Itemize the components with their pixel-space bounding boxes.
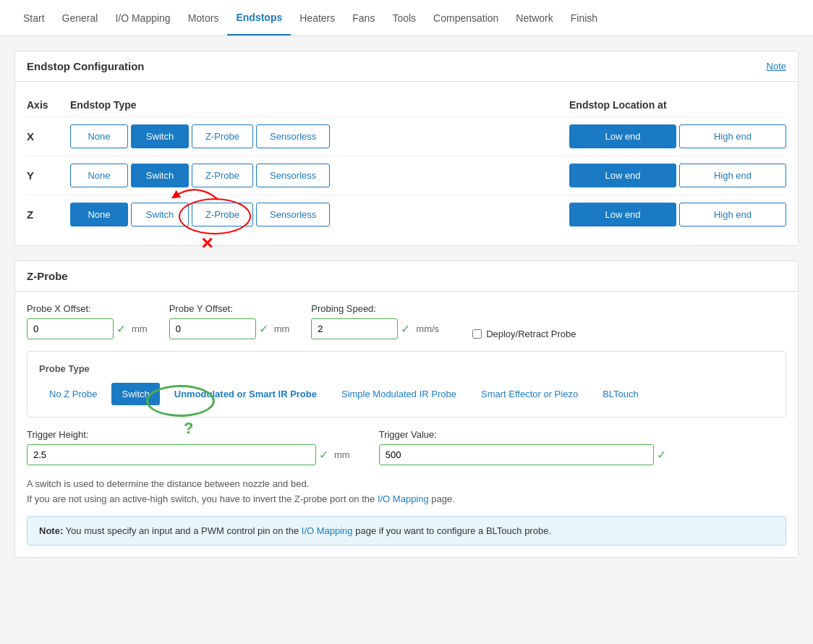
nav-item-compensation[interactable]: Compensation [425,0,507,35]
nav-item-endstops[interactable]: Endstops [227,0,291,35]
note-text: You must specify an input and a PWM cont… [66,525,302,536]
z-highend-btn[interactable]: High end [679,203,786,226]
probing-speed-group: Probing Speed: ✓ mm/s [311,303,439,339]
endstop-config-card: Endstop Configuration Note Axis Endstop … [14,51,799,246]
z-none-btn[interactable]: None [70,203,128,226]
probe-y-offset-label: Probe Y Offset: [169,303,290,314]
endstop-row-x: X None Switch Z-Probe Sensorless Low end… [27,116,786,156]
trigger-height-check-icon: ✓ [319,448,328,462]
probing-speed-check-icon: ✓ [401,322,410,336]
zprobe-title: Z-Probe [15,261,798,292]
probe-y-offset-input-row: ✓ mm [169,318,290,339]
desc-line2-end: page. [429,493,455,504]
z-switch-btn[interactable]: Switch [131,203,189,226]
axis-z-label: Z [27,208,70,221]
top-navigation: StartGeneralI/O MappingMotorsEndstopsHea… [0,0,813,36]
unmodulated-probe-btn[interactable]: Unmodulated or Smart IR Probe [164,383,327,405]
probe-y-offset-group: Probe Y Offset: ✓ mm [169,303,290,339]
endstop-table-header: Axis Endstop Type Endstop Location at [27,93,786,116]
probe-y-offset-input[interactable] [169,318,256,339]
nav-item-heaters[interactable]: Heaters [291,0,344,35]
nav-item-tools[interactable]: Tools [383,0,425,35]
nav-item-finish[interactable]: Finish [562,0,606,35]
axis-x-label: X [27,130,70,143]
nav-item-network[interactable]: Network [507,0,561,35]
note-after-text: page if you want to configure a BLTouch … [355,525,551,536]
y-switch-btn[interactable]: Switch [131,164,189,187]
trigger-height-input-row: ✓ mm [27,444,350,465]
z-zprobe-btn[interactable]: Z-Probe [192,203,253,226]
switch-probe-btn[interactable]: Switch [111,383,159,405]
trigger-value-group: Trigger Value: ✓ [379,429,668,465]
note-link[interactable]: Note [767,61,786,72]
desc-line1: A switch is used to determine the distan… [27,478,309,489]
endstop-config-header: Endstop Configuration Note [15,51,798,82]
y-none-btn[interactable]: None [70,164,128,187]
probing-speed-input[interactable] [311,318,398,339]
nav-item-general[interactable]: General [54,0,107,35]
probe-type-title: Probe Type [39,363,774,374]
x-highend-btn[interactable]: High end [679,124,786,148]
x-sensorless-btn[interactable]: Sensorless [256,124,330,148]
axis-header: Axis [27,99,70,111]
deploy-retract-group: Deploy/Retract Probe [472,329,576,339]
deploy-retract-label: Deploy/Retract Probe [486,329,576,339]
z-sensorless-btn[interactable]: Sensorless [256,203,330,226]
x-zprobe-btn[interactable]: Z-Probe [192,124,253,148]
note-bold: Note: [39,525,63,536]
nav-item-motors[interactable]: Motors [179,0,228,35]
x-switch-btn[interactable]: Switch [131,124,189,148]
note-box: Note: You must specify an input and a PW… [27,516,786,546]
probing-speed-input-row: ✓ mm/s [311,318,439,339]
z-lowend-btn[interactable]: Low end [569,203,676,226]
x-lowend-btn[interactable]: Low end [569,124,676,148]
endstop-config-title: Endstop Configuration [27,60,144,72]
x-none-btn[interactable]: None [70,124,128,148]
desc-line2: If you are not using an active-high swit… [27,493,378,504]
nav-item-fans[interactable]: Fans [344,0,383,35]
endstop-config-body: Axis Endstop Type Endstop Location at X … [15,82,798,245]
probe-x-offset-label: Probe X Offset: [27,303,148,314]
io-mapping-link[interactable]: I/O Mapping [378,493,429,504]
trigger-height-label: Trigger Height: [27,429,350,440]
trigger-height-unit: mm [334,449,350,460]
note-io-mapping-link[interactable]: I/O Mapping [302,525,353,536]
endstop-row-z: Z None Switch Z-Probe Sensorless Low end… [27,195,786,234]
trigger-value-label: Trigger Value: [379,429,668,440]
simple-modulated-probe-btn[interactable]: Simple Modulated IR Probe [331,383,467,405]
description-text: A switch is used to determine the distan… [27,477,786,507]
deploy-retract-checkbox[interactable] [472,329,482,339]
red-x-annotation: ✕ [200,234,213,253]
bltouch-probe-btn[interactable]: BLTouch [592,383,649,405]
probe-x-offset-group: Probe X Offset: ✓ mm [27,303,148,339]
trigger-value-input[interactable] [379,444,654,465]
no-zprobe-btn[interactable]: No Z Probe [39,383,107,405]
probe-y-check-icon: ✓ [259,322,268,336]
trigger-value-check-icon: ✓ [657,448,666,462]
y-type-group: None Switch Z-Probe Sensorless [70,164,569,187]
trigger-height-input[interactable] [27,444,316,465]
probe-x-check-icon: ✓ [116,322,126,336]
y-lowend-btn[interactable]: Low end [569,164,676,187]
probe-y-unit: mm [274,323,290,334]
z-type-group: None Switch Z-Probe Sensorless [70,203,569,226]
probe-x-unit: mm [132,323,148,334]
x-location-group: Low end High end [569,124,786,148]
z-row-annotation-container: Z None Switch Z-Probe Sensorless Low end… [27,195,786,234]
trigger-height-group: Trigger Height: ✓ mm [27,429,350,465]
zprobe-card: Z-Probe Probe X Offset: ✓ mm Probe Y Off… [14,260,799,558]
y-sensorless-btn[interactable]: Sensorless [256,164,330,187]
probe-x-offset-input[interactable] [27,318,114,339]
y-zprobe-btn[interactable]: Z-Probe [192,164,253,187]
trigger-value-input-row: ✓ [379,444,668,465]
probe-x-offset-input-row: ✓ mm [27,318,148,339]
type-header: Endstop Type [70,99,569,111]
nav-item-i/o-mapping[interactable]: I/O Mapping [106,0,179,35]
trigger-fields-row: Trigger Height: ✓ mm Trigger Value: ✓ [27,429,786,465]
zprobe-body: Probe X Offset: ✓ mm Probe Y Offset: ✓ m… [15,292,798,557]
probing-speed-label: Probing Speed: [311,303,439,314]
smart-effector-probe-btn[interactable]: Smart Effector or Piezo [471,383,588,405]
nav-item-start[interactable]: Start [14,0,54,35]
y-highend-btn[interactable]: High end [679,164,786,187]
endstop-row-y: Y None Switch Z-Probe Sensorless Low end… [27,156,786,195]
